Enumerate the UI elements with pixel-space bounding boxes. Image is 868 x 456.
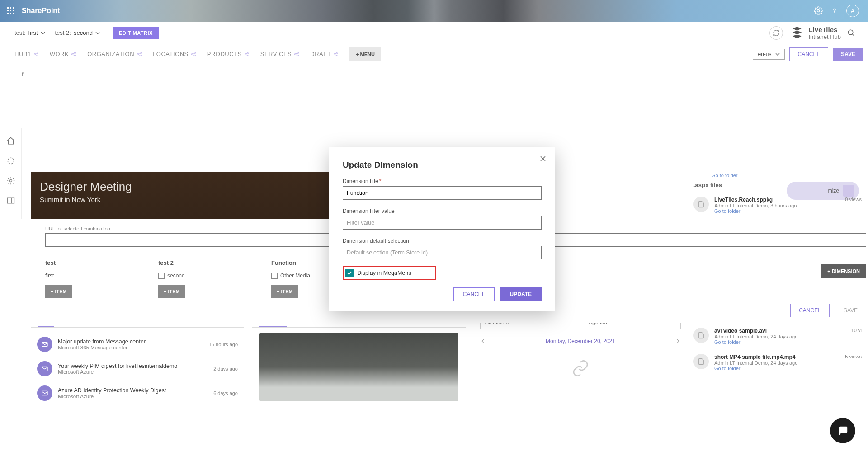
modal-title: Update Dimension <box>343 160 542 170</box>
suite-brand[interactable]: SharePoint <box>22 7 60 15</box>
checkbox-checked-icon[interactable] <box>345 269 354 277</box>
checkbox-icon[interactable] <box>158 273 165 279</box>
combo-test2[interactable]: test 2: second <box>55 29 100 36</box>
modal-cancel-button[interactable]: CANCEL <box>453 287 495 301</box>
matrix-save-button[interactable]: SAVE <box>835 304 866 317</box>
livetiles-mark-icon <box>789 25 805 41</box>
chevron-down-icon <box>95 31 100 35</box>
chat-icon <box>837 425 849 437</box>
dimension-item[interactable]: second <box>158 273 226 279</box>
go-to-folder-link[interactable]: Go to folder <box>714 366 797 371</box>
loading-icon[interactable] <box>6 156 15 165</box>
menu-item-locations[interactable]: LOCATIONS <box>153 51 196 57</box>
matrix-cancel-button[interactable]: CANCEL <box>790 304 830 317</box>
menu-item-label: WORK <box>50 51 69 57</box>
link-icon <box>571 359 590 377</box>
svg-point-23 <box>140 52 142 53</box>
dimension-default-input[interactable] <box>343 246 542 259</box>
megamenu-bar: HUB1 WORK ORGANIZATION LOCATIONS PRODUCT… <box>0 44 868 64</box>
app-launcher-icon[interactable] <box>4 4 18 18</box>
svg-point-19 <box>72 53 73 55</box>
gallery-image[interactable] <box>259 333 458 401</box>
add-item-button[interactable]: + ITEM <box>45 285 72 298</box>
svg-point-38 <box>9 180 12 182</box>
chevron-right-icon[interactable] <box>675 338 680 344</box>
logo-line1: LiveTiles <box>808 26 841 33</box>
menu-item-hub1[interactable]: HUB1 <box>14 51 39 57</box>
dimension-item-label: second <box>167 273 185 279</box>
intercom-launcher[interactable] <box>830 418 855 443</box>
chevron-left-icon[interactable] <box>481 338 486 344</box>
avatar-button[interactable]: A <box>846 5 859 17</box>
svg-point-33 <box>297 55 299 56</box>
field-label: Dimension default selection <box>343 238 542 244</box>
share-icon <box>333 52 339 57</box>
modal-update-button[interactable]: UPDATE <box>500 287 542 301</box>
svg-marker-14 <box>793 34 802 38</box>
svg-rect-0 <box>7 7 9 9</box>
dimension-item[interactable]: first <box>45 273 113 279</box>
share-icon <box>71 52 76 57</box>
go-to-folder-link[interactable]: Go to folder <box>714 208 797 214</box>
schedule-date: Monday, December 20, 2021 <box>546 338 615 344</box>
file-item[interactable]: LiveTiles.Reach.sppkgAdmin LT Internal D… <box>692 192 863 218</box>
settings-icon[interactable] <box>814 6 823 15</box>
edit-matrix-button[interactable]: EDIT MATRIX <box>113 27 159 39</box>
chevron-down-icon <box>775 52 780 56</box>
go-to-folder-link[interactable]: Go to folder <box>712 173 863 178</box>
menu-item-label: PRODUCTS <box>207 51 242 57</box>
locale-dropdown[interactable]: en-us <box>753 49 784 60</box>
svg-rect-4 <box>10 10 11 11</box>
mail-title: Your weekly PIM digest for livetilesinte… <box>58 363 177 369</box>
add-item-button[interactable]: + ITEM <box>271 285 298 298</box>
mail-source: Microsoft Azure <box>58 369 177 375</box>
menu-item-draft[interactable]: DRAFT <box>310 51 339 57</box>
add-item-button[interactable]: + ITEM <box>158 285 185 298</box>
refresh-button[interactable] <box>769 26 783 40</box>
hero-subtitle: Summit in New York <box>40 196 347 203</box>
menu-item-services[interactable]: SERVICES <box>260 51 300 57</box>
menubar-cancel-button[interactable]: CANCEL <box>789 47 829 61</box>
file-views: 5 views <box>845 354 862 359</box>
close-button[interactable] <box>540 155 546 164</box>
menu-item-work[interactable]: WORK <box>50 51 76 57</box>
file-item[interactable]: short MP4 sample file.mp4.mp4Admin LT In… <box>692 349 863 376</box>
left-rail <box>0 128 22 219</box>
dimension-title-input[interactable] <box>343 186 542 200</box>
file-views: 0 views <box>845 197 862 202</box>
file-item[interactable]: avi video sample.aviAdmin LT Internal De… <box>692 323 863 349</box>
mail-source: Microsoft 365 Message center <box>58 345 146 350</box>
help-icon[interactable] <box>830 6 839 15</box>
home-icon[interactable] <box>6 136 15 146</box>
go-to-folder-link[interactable]: Go to folder <box>714 339 797 345</box>
menubar-save-button[interactable]: SAVE <box>833 48 863 61</box>
checkbox-icon[interactable] <box>271 273 278 279</box>
add-menu-button[interactable]: + MENU <box>349 47 381 61</box>
menu-item-label: LOCATIONS <box>153 51 189 57</box>
menu-item-organization[interactable]: ORGANIZATION <box>87 51 142 57</box>
gear-icon[interactable] <box>6 176 15 185</box>
close-icon <box>540 155 546 162</box>
mail-item[interactable]: Your weekly PIM digest for livetilesinte… <box>37 357 238 381</box>
svg-point-28 <box>245 53 246 55</box>
svg-point-15 <box>848 30 853 35</box>
panel-icon[interactable] <box>6 196 15 205</box>
menu-item-products[interactable]: PRODUCTS <box>207 51 250 57</box>
combo-label: test: <box>14 29 26 36</box>
menu-item-label: DRAFT <box>310 51 331 57</box>
search-icon[interactable] <box>847 29 855 37</box>
svg-point-31 <box>295 53 296 55</box>
dimension-filter-input[interactable] <box>343 216 542 230</box>
dimension-col-test: test first + ITEM <box>45 259 113 298</box>
mail-item[interactable]: Major update from Message centerMicrosof… <box>37 332 238 357</box>
svg-rect-1 <box>10 7 11 9</box>
share-icon <box>294 52 299 57</box>
combo-test[interactable]: test: first <box>14 29 45 36</box>
add-dimension-button[interactable]: + DIMENSION <box>821 264 866 278</box>
svg-point-18 <box>37 55 38 56</box>
dimension-col-test2: test 2 second + ITEM <box>158 259 226 298</box>
svg-rect-3 <box>7 10 9 11</box>
display-megamenu-checkbox-row[interactable]: Display in MegaMenu <box>343 266 436 280</box>
mail-item[interactable]: Azure AD Identity Protection Weekly Dige… <box>37 381 238 405</box>
svg-point-20 <box>75 52 76 53</box>
